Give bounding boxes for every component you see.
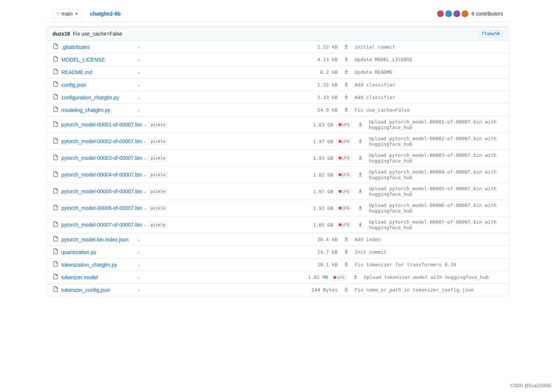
file-icon <box>53 205 59 212</box>
chevron-icon[interactable]: ⌄ <box>143 139 147 144</box>
lfs-dot <box>338 190 341 193</box>
file-name[interactable]: tokenizer.model <box>62 274 136 280</box>
file-commit-message: Init commit <box>355 249 503 255</box>
file-icon <box>53 69 59 76</box>
file-name[interactable]: tokenization_chatglm.py <box>62 262 136 268</box>
chevron-icon[interactable]: ⌄ <box>137 95 141 100</box>
chevron-icon[interactable]: ⌄ <box>137 287 141 292</box>
download-icon[interactable] <box>355 122 366 128</box>
file-tag-badge: pickle <box>148 138 168 145</box>
table-row: tokenizer.model⌄1.02 MB LFSUpload tokeni… <box>47 271 509 284</box>
chevron-icon[interactable]: ⌄ <box>137 82 141 87</box>
file-name[interactable]: configuration_chatglm.py <box>62 95 136 101</box>
table-row: .gitattributes⌄1.52 kBinitial commit <box>47 41 509 53</box>
chevron-icon[interactable]: ⌄ <box>143 122 147 127</box>
chevron-icon[interactable]: ⌄ <box>137 250 141 254</box>
download-icon[interactable] <box>341 56 352 63</box>
chevron-icon[interactable]: ⌄ <box>143 206 147 211</box>
file-name[interactable]: pytorch_model-00002-of-00007.bin <box>62 138 142 144</box>
avatar <box>461 10 469 17</box>
commit-message: Fix use_cache=False <box>73 31 476 37</box>
file-name[interactable]: tokenizer_config.json <box>62 287 136 293</box>
chevron-icon[interactable]: ⌄ <box>143 189 147 194</box>
chevron-icon[interactable]: ⌄ <box>137 275 141 280</box>
file-name[interactable]: pytorch_model.bin.index.json <box>62 237 136 243</box>
file-size: 1.93 GB <box>307 205 333 211</box>
file-size: 20.4 kB <box>312 237 338 242</box>
file-name[interactable]: modeling_chatglm.py <box>62 107 136 113</box>
download-icon[interactable] <box>355 205 366 211</box>
file-name[interactable]: pytorch_model-00003-of-00007.bin <box>62 155 142 161</box>
file-name[interactable]: pytorch_model-00005-of-00007.bin <box>62 188 142 194</box>
commit-author[interactable]: duzx16 <box>53 31 70 37</box>
file-icon <box>53 261 59 268</box>
table-row: configuration_chatglm.py⌄2.33 kBAdd clas… <box>47 91 509 104</box>
download-icon[interactable] <box>341 69 352 75</box>
download-icon[interactable] <box>341 287 352 293</box>
download-icon[interactable] <box>341 94 352 101</box>
file-name[interactable]: quantization.py <box>62 249 136 255</box>
file-list: .gitattributes⌄1.52 kBinitial commitMODE… <box>47 41 509 296</box>
download-icon[interactable] <box>355 172 366 178</box>
lfs-badge: LFS <box>336 138 352 144</box>
commit-hash[interactable]: 7fabe56 <box>479 30 503 37</box>
chevron-icon[interactable]: ⌄ <box>143 156 147 161</box>
download-icon[interactable] <box>341 44 352 50</box>
download-icon[interactable] <box>355 138 366 145</box>
chevron-icon[interactable]: ⌄ <box>137 262 141 267</box>
file-name[interactable]: pytorch_model-00001-of-00007.bin <box>62 122 142 128</box>
download-icon[interactable] <box>341 249 352 255</box>
download-icon[interactable] <box>341 236 352 243</box>
download-icon[interactable] <box>341 261 352 268</box>
file-name[interactable]: .gitattributes <box>62 44 136 50</box>
download-icon[interactable] <box>350 274 361 280</box>
branch-selector[interactable]: ⑂ main ▼ <box>52 9 83 19</box>
file-icon <box>53 221 59 228</box>
chevron-icon[interactable]: ⌄ <box>137 237 141 242</box>
file-size: 54.9 kB <box>312 107 338 113</box>
contributors-section: 6 contributors <box>437 10 503 17</box>
chevron-icon[interactable]: ⌄ <box>137 108 141 112</box>
lfs-badge: LFS <box>331 274 347 280</box>
file-name[interactable]: pytorch_model-00006-of-00007.bin <box>62 205 142 211</box>
file-name[interactable]: pytorch_model-00007-of-00007.bin <box>62 222 142 228</box>
file-name[interactable]: pytorch_model-00004-of-00007.bin <box>62 172 142 178</box>
lfs-badge: LFS <box>336 188 352 194</box>
download-icon[interactable] <box>341 82 352 88</box>
file-icon <box>53 188 59 195</box>
file-commit-message: Upload pytorch_model-00004-of-00007.bin … <box>369 169 503 180</box>
file-icon <box>53 155 59 162</box>
chevron-icon[interactable]: ⌄ <box>137 70 141 75</box>
table-row: README.md⌄8.2 kBUpdate README <box>47 66 509 79</box>
download-icon[interactable] <box>355 188 366 195</box>
chevron-icon[interactable]: ⌄ <box>143 223 147 227</box>
file-name[interactable]: MODEL_LICENSE <box>62 57 136 63</box>
chevron-icon[interactable]: ⌄ <box>137 57 141 62</box>
file-size: 2.33 kB <box>312 95 338 100</box>
lfs-dot <box>338 140 341 143</box>
chevron-icon[interactable]: ⌄ <box>143 172 147 177</box>
download-icon[interactable] <box>341 107 352 113</box>
file-name[interactable]: config.json <box>62 82 136 88</box>
file-tag-badge: pickle <box>148 122 168 128</box>
table-row: pytorch_model-00005-of-00007.bin⌄pickle1… <box>47 183 509 200</box>
table-row: pytorch_model-00006-of-00007.bin⌄pickle1… <box>47 200 509 217</box>
file-commit-message: Upload pytorch_model-00007-of-00007.bin … <box>369 219 503 230</box>
avatar <box>453 10 460 17</box>
lfs-dot <box>338 157 341 159</box>
file-icon <box>53 106 59 113</box>
file-commit-message: Fix tokenizer for transformers 0.34 <box>355 262 503 267</box>
lfs-dot <box>338 223 341 226</box>
table-row: pytorch_model.bin.index.json⌄20.4 kBAdd … <box>47 233 509 246</box>
file-icon <box>53 274 59 281</box>
file-commit-message: Upload pytorch_model-00006-of-00007.bin … <box>369 202 503 214</box>
download-icon[interactable] <box>355 222 366 228</box>
table-row: pytorch_model-00002-of-00007.bin⌄pickle1… <box>47 133 509 150</box>
file-icon <box>53 121 59 128</box>
chevron-icon[interactable]: ⌄ <box>137 45 141 49</box>
file-name[interactable]: README.md <box>62 69 136 75</box>
file-size: 244 Bytes <box>311 287 337 293</box>
table-row: pytorch_model-00004-of-00007.bin⌄pickle1… <box>47 167 509 183</box>
repo-name[interactable]: chatglm2-6b <box>90 11 120 17</box>
download-icon[interactable] <box>355 155 366 161</box>
